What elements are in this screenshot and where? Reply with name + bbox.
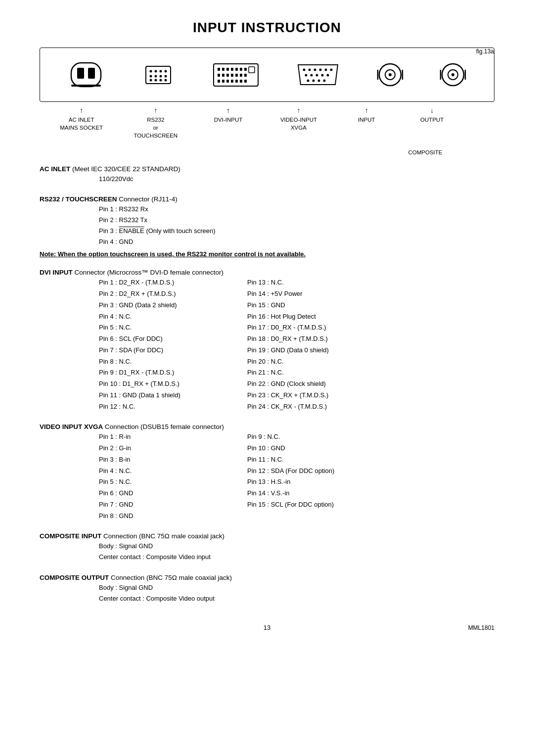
arrow-up-ac (60, 106, 103, 116)
ac-inlet-icon (66, 59, 106, 91)
label-dvi: DVI-INPUT (209, 106, 248, 140)
svg-rect-25 (249, 67, 255, 73)
svg-rect-3 (71, 85, 101, 87)
composite-output-body: Body : Signal GND Center contact : Compo… (40, 582, 494, 604)
composite-input-body: Body : Signal GND Center contact : Compo… (40, 541, 494, 563)
svg-rect-29 (231, 74, 233, 77)
svg-point-45 (330, 68, 333, 71)
arrow-up-xvga (279, 106, 318, 116)
section-ac-inlet: AC INLET (Meet IEC 320/CEE 22 STANDARD) … (40, 165, 494, 185)
svg-point-47 (311, 74, 313, 76)
svg-point-53 (318, 79, 320, 82)
svg-rect-30 (235, 74, 238, 77)
svg-rect-19 (222, 68, 224, 71)
fig-label: fig.13a (476, 48, 494, 55)
svg-point-48 (316, 74, 318, 76)
label-output-composite: OUTPUT (415, 106, 449, 140)
svg-point-50 (327, 74, 329, 76)
svg-point-11 (160, 75, 162, 77)
section-xvga: VIDEO INPUT XVGA Connection (DSUB15 fema… (40, 423, 494, 521)
svg-point-62 (451, 73, 454, 76)
section-composite-output: COMPOSITE OUTPUT Connection (BNC 75Ω mal… (40, 574, 494, 604)
dvi-title: DVI INPUT Connector (Microcross™ DVI-D f… (40, 269, 494, 276)
section-rs232: RS232 / TOUCHSCREEN Connector (RJ11-4) P… (40, 195, 494, 258)
composite-label-row: COMPOSITE (40, 149, 494, 155)
dvi-col2: Pin 13 : N.C. Pin 14 : +5V Power Pin 15 … (247, 277, 376, 412)
svg-point-40 (303, 68, 306, 71)
composite-output-title: COMPOSITE OUTPUT Connection (BNC 75Ω mal… (40, 574, 494, 581)
rs232-body: Pin 1 : RS232 Rx Pin 2 : RS232 Tx Pin 3 … (40, 204, 494, 247)
svg-point-57 (389, 73, 392, 76)
svg-rect-4 (146, 66, 171, 84)
connector-diagram: fig.13a (40, 47, 494, 102)
svg-point-54 (323, 79, 326, 82)
label-ac-inlet: AC INLETMAINS SOCKET (60, 106, 103, 140)
svg-point-13 (150, 79, 152, 81)
svg-point-51 (307, 79, 310, 82)
svg-point-15 (160, 79, 162, 81)
svg-rect-34 (222, 80, 224, 83)
footer: 13 MML1801 (40, 624, 494, 631)
svg-point-46 (305, 74, 308, 76)
svg-rect-35 (226, 80, 229, 83)
label-input-composite: INPUT (349, 106, 384, 140)
svg-point-44 (325, 68, 327, 71)
svg-rect-33 (218, 80, 220, 83)
svg-rect-32 (244, 74, 247, 77)
svg-rect-37 (235, 80, 238, 83)
bnc-output-icon (438, 59, 468, 91)
xvga-col1: Pin 1 : R-in Pin 2 : G-in Pin 3 : B-in P… (99, 431, 227, 521)
svg-rect-38 (240, 80, 242, 83)
svg-rect-28 (226, 74, 229, 77)
arrow-down-output (415, 106, 449, 116)
bnc-input-icon (375, 59, 405, 91)
svg-rect-2 (88, 68, 95, 79)
svg-point-7 (160, 70, 162, 72)
xvga-col2: Pin 9 : N.C. Pin 10 : GND Pin 11 : N.C. … (247, 431, 376, 521)
composite-label: COMPOSITE (386, 149, 465, 155)
svg-point-14 (155, 79, 157, 81)
svg-rect-24 (244, 68, 247, 71)
page-number: 13 (264, 624, 270, 631)
svg-rect-39 (244, 80, 247, 83)
xvga-pins: Pin 1 : R-in Pin 2 : G-in Pin 3 : B-in P… (40, 431, 494, 521)
rs232-title: RS232 / TOUCHSCREEN Connector (RJ11-4) (40, 195, 494, 203)
svg-point-42 (314, 68, 316, 71)
arrow-up-rs232 (134, 106, 178, 116)
svg-rect-36 (231, 80, 233, 83)
section-dvi: DVI INPUT Connector (Microcross™ DVI-D f… (40, 269, 494, 412)
svg-point-43 (319, 68, 322, 71)
svg-rect-1 (77, 68, 84, 79)
svg-point-12 (165, 75, 167, 77)
xvga-title: VIDEO INPUT XVGA Connection (DSUB15 fema… (40, 423, 494, 430)
svg-point-16 (165, 79, 167, 81)
svg-rect-22 (235, 68, 238, 71)
svg-rect-23 (240, 68, 242, 71)
arrow-up-dvi (209, 106, 248, 116)
svg-point-8 (165, 70, 167, 72)
ac-inlet-body: 110/220Vdc (40, 174, 494, 185)
svg-rect-21 (231, 68, 233, 71)
ac-inlet-title: AC INLET (Meet IEC 320/CEE 22 STANDARD) (40, 165, 494, 173)
diagram-labels: AC INLETMAINS SOCKET RS232orTOUCHSCREEN … (40, 106, 494, 140)
svg-point-52 (312, 79, 315, 82)
svg-rect-18 (218, 68, 220, 71)
dvi-col1: Pin 1 : D2_RX - (T.M.D.S.) Pin 2 : D2_RX… (99, 277, 227, 412)
page-title: INPUT INSTRUCTION (40, 20, 494, 36)
svg-rect-27 (222, 74, 224, 77)
svg-point-41 (309, 68, 311, 71)
svg-point-9 (150, 75, 152, 77)
svg-point-10 (155, 75, 157, 77)
arrow-up-input (349, 106, 384, 116)
svg-rect-0 (71, 63, 101, 87)
svg-point-6 (155, 70, 157, 72)
svg-point-49 (321, 74, 324, 76)
model-number: MML1801 (468, 624, 494, 631)
label-rs232: RS232orTOUCHSCREEN (134, 106, 178, 140)
section-composite-input: COMPOSITE INPUT Connection (BNC 75Ω male… (40, 532, 494, 563)
dvi-pins: Pin 1 : D2_RX - (T.M.D.S.) Pin 2 : D2_RX… (40, 277, 494, 412)
svg-rect-26 (218, 74, 220, 77)
svg-rect-31 (240, 74, 242, 77)
rs232-icon (138, 59, 178, 91)
dvi-icon (211, 59, 261, 91)
